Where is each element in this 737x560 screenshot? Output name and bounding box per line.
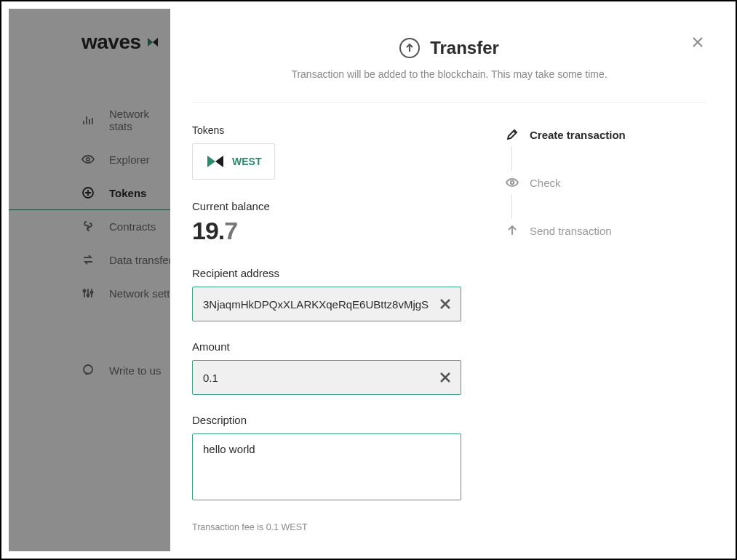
recipient-label: Recipient address	[192, 267, 461, 279]
transaction-fee-text: Transaction fee is 0.1 WEST	[192, 522, 461, 532]
step-connector	[511, 146, 512, 171]
recipient-input[interactable]	[192, 287, 461, 321]
modal-header: Transfer Transaction will be added to th…	[192, 38, 706, 103]
step-connector	[511, 194, 512, 219]
description-label: Description	[192, 414, 461, 426]
step-check[interactable]: Check	[505, 175, 706, 190]
modal-subtitle: Transaction will be added to the blockch…	[192, 68, 706, 80]
arrow-up-icon	[505, 223, 519, 238]
eye-icon	[505, 175, 519, 190]
steps-column: Create transaction Check Send transactio…	[505, 124, 706, 532]
svg-marker-8	[207, 156, 215, 167]
modal-title: Transfer	[399, 38, 499, 58]
svg-marker-9	[215, 156, 223, 167]
amount-clear-button[interactable]	[437, 369, 454, 386]
balance-value: 19.7	[192, 217, 461, 245]
tokens-label: Tokens	[192, 124, 461, 136]
close-icon	[439, 298, 451, 310]
step-send-transaction[interactable]: Send transaction	[505, 223, 706, 238]
pencil-icon	[505, 127, 519, 142]
arrow-up-circle-icon	[399, 38, 420, 58]
recipient-clear-button[interactable]	[437, 295, 454, 313]
svg-point-10	[511, 181, 514, 184]
close-icon	[439, 372, 451, 383]
description-input[interactable]	[192, 433, 461, 500]
step-label: Send transaction	[530, 225, 612, 237]
close-icon	[691, 36, 704, 49]
west-token-icon	[206, 154, 225, 169]
token-name: WEST	[232, 156, 261, 167]
step-label: Check	[530, 177, 561, 189]
transfer-form: Tokens WEST Current balance 19.7 Recipie…	[192, 124, 461, 532]
amount-label: Amount	[192, 340, 461, 353]
amount-input[interactable]	[192, 360, 461, 395]
step-create-transaction[interactable]: Create transaction	[505, 127, 706, 142]
token-selector[interactable]: WEST	[192, 143, 275, 180]
close-button[interactable]	[689, 33, 706, 51]
step-label: Create transaction	[530, 129, 626, 141]
balance-label: Current balance	[192, 200, 461, 212]
transfer-modal: Transfer Transaction will be added to th…	[170, 9, 728, 551]
